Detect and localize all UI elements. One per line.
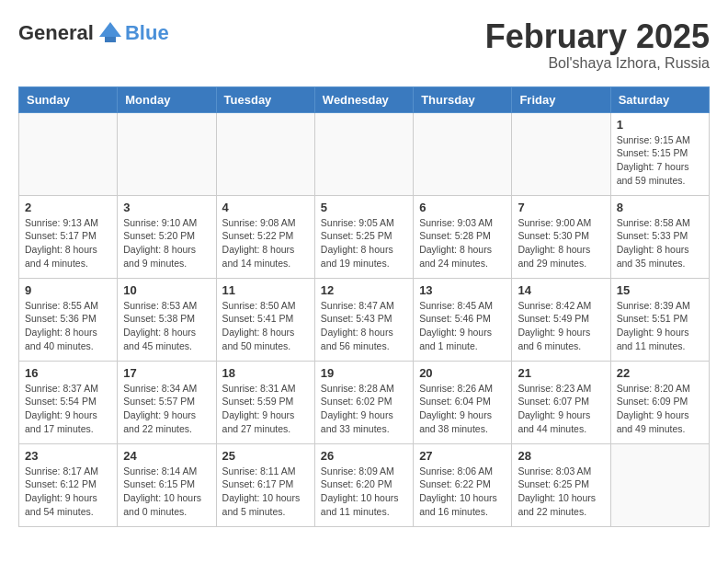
day-number: 17: [123, 366, 210, 380]
day-number: 13: [419, 283, 506, 297]
calendar-body: 1Sunrise: 9:15 AM Sunset: 5:15 PM Daylig…: [19, 112, 710, 526]
calendar-day-cell: 4Sunrise: 9:08 AM Sunset: 5:22 PM Daylig…: [216, 195, 314, 278]
calendar-day-cell: 19Sunrise: 8:28 AM Sunset: 6:02 PM Dayli…: [314, 361, 413, 443]
calendar-week-row: 9Sunrise: 8:55 AM Sunset: 5:36 PM Daylig…: [19, 278, 710, 361]
day-number: 4: [222, 201, 309, 214]
day-info: Sunrise: 9:00 AM Sunset: 5:30 PM Dayligh…: [518, 216, 604, 270]
title-area: February 2025 Bol'shaya Izhora, Russia: [485, 18, 710, 72]
day-info: Sunrise: 9:13 AM Sunset: 5:17 PM Dayligh…: [25, 216, 111, 270]
day-number: 10: [123, 283, 210, 297]
day-info: Sunrise: 8:47 AM Sunset: 5:43 PM Dayligh…: [321, 299, 407, 353]
weekday-header-cell: Friday: [512, 86, 610, 112]
day-info: Sunrise: 8:20 AM Sunset: 6:09 PM Dayligh…: [617, 382, 703, 436]
day-info: Sunrise: 8:39 AM Sunset: 5:51 PM Dayligh…: [617, 299, 703, 353]
location: Bol'shaya Izhora, Russia: [485, 55, 710, 72]
day-number: 23: [25, 449, 111, 463]
calendar-day-cell: 20Sunrise: 8:26 AM Sunset: 6:04 PM Dayli…: [414, 361, 512, 443]
day-info: Sunrise: 8:14 AM Sunset: 6:15 PM Dayligh…: [123, 465, 210, 519]
calendar-day-cell: [414, 112, 512, 195]
calendar-day-cell: 6Sunrise: 9:03 AM Sunset: 5:28 PM Daylig…: [414, 195, 512, 278]
day-number: 21: [518, 366, 604, 380]
calendar-day-cell: 3Sunrise: 9:10 AM Sunset: 5:20 PM Daylig…: [118, 195, 216, 278]
day-info: Sunrise: 9:15 AM Sunset: 5:15 PM Dayligh…: [617, 133, 703, 188]
svg-rect-1: [105, 37, 116, 42]
weekday-header-cell: Sunday: [19, 86, 118, 112]
calendar-week-row: 1Sunrise: 9:15 AM Sunset: 5:15 PM Daylig…: [19, 112, 710, 195]
svg-marker-0: [99, 22, 121, 37]
calendar-table: SundayMondayTuesdayWednesdayThursdayFrid…: [18, 86, 710, 527]
day-number: 12: [321, 283, 407, 297]
calendar-day-cell: [610, 443, 709, 526]
calendar-week-row: 2Sunrise: 9:13 AM Sunset: 5:17 PM Daylig…: [19, 195, 710, 278]
day-number: 22: [617, 366, 703, 380]
logo-icon: [96, 18, 125, 48]
day-info: Sunrise: 8:58 AM Sunset: 5:33 PM Dayligh…: [617, 216, 703, 270]
weekday-header-cell: Thursday: [414, 86, 512, 112]
calendar-day-cell: [19, 112, 118, 195]
day-info: Sunrise: 8:42 AM Sunset: 5:49 PM Dayligh…: [518, 299, 604, 353]
calendar-day-cell: 22Sunrise: 8:20 AM Sunset: 6:09 PM Dayli…: [610, 361, 709, 443]
day-info: Sunrise: 8:55 AM Sunset: 5:36 PM Dayligh…: [25, 299, 111, 353]
day-info: Sunrise: 8:09 AM Sunset: 6:20 PM Dayligh…: [321, 465, 407, 519]
day-info: Sunrise: 8:23 AM Sunset: 6:07 PM Dayligh…: [518, 382, 604, 436]
calendar-day-cell: 28Sunrise: 8:03 AM Sunset: 6:25 PM Dayli…: [512, 443, 610, 526]
logo: General Blue: [18, 18, 169, 48]
header: General Blue February 2025 Bol'shaya Izh…: [18, 18, 710, 72]
calendar-day-cell: 8Sunrise: 8:58 AM Sunset: 5:33 PM Daylig…: [610, 195, 709, 278]
day-number: 24: [123, 449, 210, 463]
calendar-day-cell: 7Sunrise: 9:00 AM Sunset: 5:30 PM Daylig…: [512, 195, 610, 278]
calendar-day-cell: 26Sunrise: 8:09 AM Sunset: 6:20 PM Dayli…: [314, 443, 413, 526]
calendar-day-cell: 11Sunrise: 8:50 AM Sunset: 5:41 PM Dayli…: [216, 278, 314, 361]
calendar-day-cell: 23Sunrise: 8:17 AM Sunset: 6:12 PM Dayli…: [19, 443, 118, 526]
weekday-header-cell: Tuesday: [216, 86, 314, 112]
day-info: Sunrise: 8:06 AM Sunset: 6:22 PM Dayligh…: [419, 465, 506, 519]
calendar-day-cell: [118, 112, 216, 195]
calendar-day-cell: 12Sunrise: 8:47 AM Sunset: 5:43 PM Dayli…: [314, 278, 413, 361]
day-number: 8: [617, 201, 703, 214]
calendar-day-cell: 25Sunrise: 8:11 AM Sunset: 6:17 PM Dayli…: [216, 443, 314, 526]
day-number: 20: [419, 366, 506, 380]
logo-blue: Blue: [125, 21, 169, 45]
day-info: Sunrise: 8:11 AM Sunset: 6:17 PM Dayligh…: [222, 465, 309, 519]
weekday-header-row: SundayMondayTuesdayWednesdayThursdayFrid…: [19, 86, 710, 112]
calendar-day-cell: 16Sunrise: 8:37 AM Sunset: 5:54 PM Dayli…: [19, 361, 118, 443]
day-info: Sunrise: 9:03 AM Sunset: 5:28 PM Dayligh…: [419, 216, 506, 270]
day-info: Sunrise: 8:31 AM Sunset: 5:59 PM Dayligh…: [222, 382, 309, 436]
calendar-day-cell: 15Sunrise: 8:39 AM Sunset: 5:51 PM Dayli…: [610, 278, 709, 361]
calendar-day-cell: 21Sunrise: 8:23 AM Sunset: 6:07 PM Dayli…: [512, 361, 610, 443]
day-info: Sunrise: 8:34 AM Sunset: 5:57 PM Dayligh…: [123, 382, 210, 436]
day-number: 28: [518, 449, 604, 463]
day-number: 2: [25, 201, 111, 214]
day-number: 27: [419, 449, 506, 463]
day-number: 5: [321, 201, 407, 214]
day-info: Sunrise: 8:26 AM Sunset: 6:04 PM Dayligh…: [419, 382, 506, 436]
day-number: 26: [321, 449, 407, 463]
day-info: Sunrise: 8:03 AM Sunset: 6:25 PM Dayligh…: [518, 465, 604, 519]
calendar-day-cell: 2Sunrise: 9:13 AM Sunset: 5:17 PM Daylig…: [19, 195, 118, 278]
weekday-header-cell: Wednesday: [314, 86, 413, 112]
calendar-day-cell: 1Sunrise: 9:15 AM Sunset: 5:15 PM Daylig…: [610, 112, 709, 195]
calendar-week-row: 16Sunrise: 8:37 AM Sunset: 5:54 PM Dayli…: [19, 361, 710, 443]
weekday-header-cell: Saturday: [610, 86, 709, 112]
day-number: 9: [25, 283, 111, 297]
calendar-day-cell: 17Sunrise: 8:34 AM Sunset: 5:57 PM Dayli…: [118, 361, 216, 443]
day-number: 11: [222, 283, 309, 297]
calendar-day-cell: 10Sunrise: 8:53 AM Sunset: 5:38 PM Dayli…: [118, 278, 216, 361]
day-number: 16: [25, 366, 111, 380]
calendar-day-cell: 13Sunrise: 8:45 AM Sunset: 5:46 PM Dayli…: [414, 278, 512, 361]
day-info: Sunrise: 9:05 AM Sunset: 5:25 PM Dayligh…: [321, 216, 407, 270]
day-info: Sunrise: 8:53 AM Sunset: 5:38 PM Dayligh…: [123, 299, 210, 353]
day-info: Sunrise: 8:50 AM Sunset: 5:41 PM Dayligh…: [222, 299, 309, 353]
calendar-day-cell: 27Sunrise: 8:06 AM Sunset: 6:22 PM Dayli…: [414, 443, 512, 526]
calendar-day-cell: [314, 112, 413, 195]
calendar-day-cell: 18Sunrise: 8:31 AM Sunset: 5:59 PM Dayli…: [216, 361, 314, 443]
day-number: 6: [419, 201, 506, 214]
day-info: Sunrise: 8:28 AM Sunset: 6:02 PM Dayligh…: [321, 382, 407, 436]
calendar-day-cell: 14Sunrise: 8:42 AM Sunset: 5:49 PM Dayli…: [512, 278, 610, 361]
day-info: Sunrise: 9:10 AM Sunset: 5:20 PM Dayligh…: [123, 216, 210, 270]
day-number: 15: [617, 283, 703, 297]
weekday-header-cell: Monday: [118, 86, 216, 112]
day-info: Sunrise: 8:37 AM Sunset: 5:54 PM Dayligh…: [25, 382, 111, 436]
day-number: 19: [321, 366, 407, 380]
day-number: 1: [617, 118, 703, 132]
